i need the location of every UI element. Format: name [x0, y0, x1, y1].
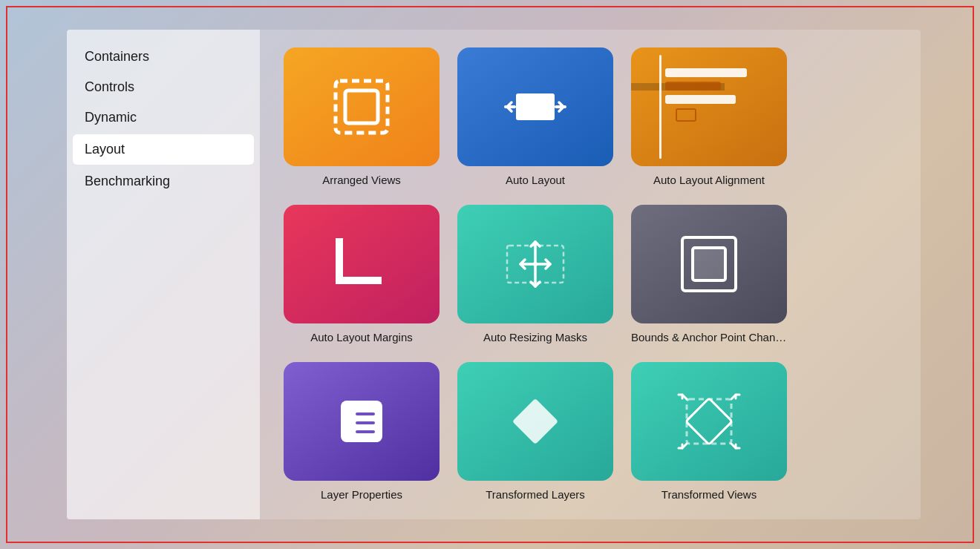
- grid-item-layer-properties[interactable]: Layer Properties: [284, 362, 440, 502]
- svg-rect-10: [693, 248, 725, 280]
- svg-rect-16: [687, 399, 731, 444]
- bounds-anchor-point-label: Bounds & Anchor Point Changes: [631, 331, 787, 343]
- main-panel: Containers Controls Dynamic Layout Bench…: [67, 30, 921, 519]
- auto-layout-alignment-icon: [631, 47, 787, 166]
- grid-item-transformed-views[interactable]: Transformed Views: [631, 362, 787, 502]
- arranged-views-icon: [284, 47, 440, 166]
- svg-rect-3: [516, 93, 555, 120]
- arranged-views-label: Arranged Views: [322, 174, 401, 186]
- auto-resizing-masks-icon: [457, 205, 613, 323]
- sidebar-item-containers[interactable]: Containers: [67, 42, 260, 72]
- layer-properties-label: Layer Properties: [321, 488, 402, 501]
- grid-item-bounds-anchor-point[interactable]: Bounds & Anchor Point Changes: [631, 205, 787, 344]
- grid-item-transformed-layers[interactable]: Transformed Layers: [457, 362, 613, 502]
- grid-item-auto-layout-margins[interactable]: Auto Layout Margins: [284, 205, 440, 344]
- sidebar-item-controls[interactable]: Controls: [67, 72, 260, 102]
- transformed-views-icon: [631, 362, 787, 481]
- transformed-views-label: Transformed Views: [662, 488, 757, 501]
- auto-layout-alignment-label: Auto Layout Alignment: [653, 174, 765, 186]
- auto-layout-label: Auto Layout: [506, 174, 565, 186]
- grid-item-arranged-views[interactable]: Arranged Views: [284, 47, 440, 187]
- svg-rect-1: [345, 91, 378, 123]
- sidebar: Containers Controls Dynamic Layout Bench…: [67, 30, 260, 519]
- grid-item-auto-resizing-masks[interactable]: Auto Resizing Masks: [457, 205, 613, 344]
- auto-layout-margins-icon: [284, 205, 440, 323]
- transformed-layers-icon: [457, 362, 613, 481]
- sidebar-item-dynamic[interactable]: Dynamic: [67, 102, 260, 133]
- content-area: Arranged Views: [260, 30, 921, 519]
- svg-rect-17: [686, 398, 732, 444]
- auto-layout-margins-label: Auto Layout Margins: [310, 331, 413, 343]
- auto-resizing-masks-label: Auto Resizing Masks: [483, 331, 587, 343]
- sidebar-item-layout[interactable]: Layout: [73, 134, 254, 165]
- bounds-anchor-point-icon: [631, 205, 787, 323]
- grid-item-auto-layout-alignment[interactable]: Auto Layout Alignment: [631, 47, 787, 187]
- sidebar-item-benchmarking[interactable]: Benchmarking: [67, 166, 260, 197]
- svg-point-8: [533, 262, 538, 266]
- grid-item-auto-layout[interactable]: Auto Layout: [457, 47, 613, 187]
- transformed-layers-label: Transformed Layers: [486, 488, 585, 501]
- layer-properties-icon: [284, 362, 440, 481]
- auto-layout-icon: [457, 47, 613, 166]
- svg-rect-15: [512, 398, 558, 444]
- grid: Arranged Views: [284, 47, 903, 502]
